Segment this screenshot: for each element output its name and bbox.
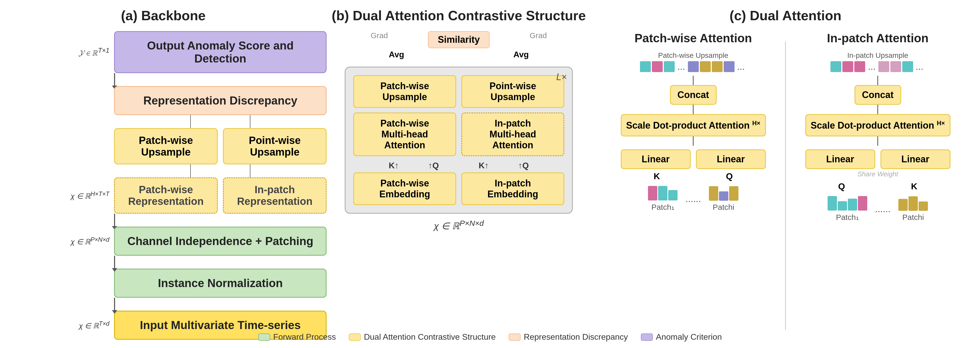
- instnorm-label: Instance Normalization: [158, 277, 283, 289]
- inpatch-q-label: Q: [838, 181, 845, 192]
- legend-dac: Dual Attention Contrastive Structure: [349, 332, 496, 342]
- inpatch-linear-row: Linear Linear: [805, 149, 950, 169]
- dac-outer-box: L× Patch-wiseUpsample Point-wiseUpsample…: [345, 67, 573, 214]
- patch-repr-box: Patch-wiseRepresentation: [114, 177, 218, 214]
- kq-k1: K↑: [389, 161, 399, 170]
- legend-anomaly: Anomaly Criterion: [641, 332, 722, 342]
- arrow-2: [114, 214, 115, 227]
- da-title: (c) Dual Attention: [601, 8, 970, 23]
- avg-right: Avg: [514, 50, 529, 59]
- inpatch-concat-label: Concat: [862, 89, 893, 100]
- patch1-label: Patch₁: [651, 203, 675, 212]
- patch-concat-box: Concat: [670, 85, 717, 105]
- legend-forward-label: Forward Process: [273, 332, 336, 342]
- inpatch-k-label: K: [911, 181, 918, 192]
- channel-label: Channel Independence + Patching: [127, 235, 313, 247]
- kq-k2: K↑: [479, 161, 489, 170]
- inpatch-kq-row: Q K: [805, 181, 950, 192]
- arrow-3: [114, 256, 115, 269]
- inpatch-scale-label: Scale Dot-product Attention: [810, 120, 934, 131]
- similarity-box: Similarity: [428, 31, 490, 48]
- inpatch-linear1-label: Linear: [826, 154, 854, 164]
- patch-linear1: Linear: [621, 149, 691, 169]
- math-chi3: χ ∈ ℝT×d: [79, 322, 110, 330]
- dac-bottom-label: χ ∈ ℝP×N×d: [434, 219, 484, 231]
- backbone-title: (a) Backbone: [10, 8, 316, 23]
- inpatch-concat-box: Concat: [854, 85, 901, 105]
- legend-bar: Forward Process Dual Attention Contrasti…: [258, 332, 722, 342]
- math-y: 𝓨 ∈ ℝT×1: [78, 48, 110, 57]
- legend-forward-color: [258, 334, 270, 341]
- patch-linear2: Linear: [696, 149, 766, 169]
- dac-embed-row: Patch-wiseEmbedding In-patchEmbedding: [353, 172, 564, 205]
- arrow-4: [114, 298, 115, 311]
- patch-hx: H×: [752, 120, 760, 126]
- upsample-row: Patch-wiseUpsample Point-wiseUpsample: [114, 128, 326, 164]
- inpatch-subsection: In-patch Attention In-patch Upsample ...: [786, 31, 970, 340]
- channel-box: Channel Independence + Patching: [114, 227, 326, 256]
- patch-k-label: K: [654, 171, 660, 181]
- dac-section: (b) Dual Attention Contrastive Structure…: [316, 8, 601, 340]
- patchi-label: Patchi: [713, 203, 734, 212]
- point-upsample-box: Point-wiseUpsample: [223, 128, 326, 164]
- inpatch-linear2-label: Linear: [901, 154, 929, 164]
- dac-inpatch-mha: In-patchMulti-headAttention: [461, 113, 564, 156]
- dac-kq-row: K↑ ↑Q K↑ ↑Q: [353, 161, 564, 170]
- lx-label: L×: [556, 72, 567, 83]
- inpatch-linear2: Linear: [880, 149, 950, 169]
- patch-upsample-box: Patch-wiseUpsample: [114, 128, 218, 164]
- inpatch-patch1-label: Patch₁: [836, 212, 859, 222]
- patch-kq-row: K Q: [621, 171, 766, 181]
- legend-repdisc-label: Representation Discrepancy: [524, 332, 628, 342]
- output-label: Output Anomaly Score and Detection: [147, 39, 294, 65]
- patch-upsample-label: Patch-wise Upsample: [658, 51, 728, 60]
- inpatch-hx: H×: [937, 120, 945, 126]
- patch-linear2-label: Linear: [717, 154, 745, 164]
- patch-concat-label: Concat: [677, 89, 709, 100]
- grad-right: Grad: [530, 31, 547, 48]
- math-chi1: χ ∈ ℝH×T×T: [71, 192, 110, 200]
- dac-title: (b) Dual Attention Contrastive Structure: [324, 8, 593, 23]
- da-section: (c) Dual Attention Patch-wise Attention …: [601, 8, 970, 340]
- patch-wise-subtitle: Patch-wise Attention: [606, 31, 780, 45]
- input-label: Input Multivariate Time-series: [140, 319, 301, 331]
- output-box: Output Anomaly Score and Detection: [114, 31, 326, 73]
- dac-patch-mha: Patch-wiseMulti-headAttention: [353, 113, 456, 156]
- patch-q-label: Q: [726, 171, 733, 181]
- dac-inpatch-embed: In-patchEmbedding: [461, 172, 564, 205]
- grad-left: Grad: [371, 31, 388, 48]
- patch-linear1-label: Linear: [641, 154, 670, 164]
- patch-linear-row: Linear Linear: [621, 149, 766, 169]
- kq-q1: ↑Q: [428, 161, 439, 170]
- legend-dac-label: Dual Attention Contrastive Structure: [364, 332, 496, 342]
- share-weight-label: Share Weight: [858, 170, 898, 178]
- arrow-1: [114, 73, 115, 86]
- legend-dac-color: [349, 334, 361, 341]
- main-container: (a) Backbone 𝓨 ∈ ℝT×1 Output Anomaly Sco…: [0, 0, 980, 348]
- dac-patch-upsample: Patch-wiseUpsample: [353, 75, 456, 108]
- dac-point-upsample: Point-wiseUpsample: [461, 75, 564, 108]
- inpatch-linear1: Linear: [805, 149, 875, 169]
- legend-repdisc: Representation Discrepancy: [509, 332, 628, 342]
- legend-repdisc-color: [509, 334, 521, 341]
- legend-anomaly-label: Anomaly Criterion: [656, 332, 722, 342]
- inpatch-diagram: In-patch Upsample ... ...: [791, 51, 964, 222]
- dac-upsample-row: Patch-wiseUpsample Point-wiseUpsample: [353, 75, 564, 108]
- repdisc-box: Representation Discrepancy: [114, 86, 326, 115]
- repr-row: Patch-wiseRepresentation In-patchReprese…: [114, 177, 326, 214]
- kq-q2: ↑Q: [518, 161, 529, 170]
- legend-anomaly-color: [641, 334, 653, 341]
- patch-scale-box: Scale Dot-product Attention H×: [621, 114, 766, 136]
- backbone-section: (a) Backbone 𝓨 ∈ ℝT×1 Output Anomaly Sco…: [10, 8, 316, 340]
- inpatch-subtitle: In-patch Attention: [791, 31, 964, 45]
- instnorm-box: Instance Normalization: [114, 269, 326, 298]
- dac-patch-embed: Patch-wiseEmbedding: [353, 172, 456, 205]
- inpatch-upsample-label: In-patch Upsample: [847, 51, 908, 60]
- inpatch-repr-box: In-patchRepresentation: [223, 177, 326, 214]
- math-chi2: χ ∈ ℝP×N×d: [71, 238, 110, 246]
- patch-scale-label: Scale Dot-product Attention: [626, 120, 749, 131]
- patch-wise-subsection: Patch-wise Attention Patch-wise Upsample…: [601, 31, 785, 340]
- legend-forward: Forward Process: [258, 332, 336, 342]
- dac-mha-row: Patch-wiseMulti-headAttention In-patchMu…: [353, 113, 564, 156]
- avg-left: Avg: [389, 50, 404, 59]
